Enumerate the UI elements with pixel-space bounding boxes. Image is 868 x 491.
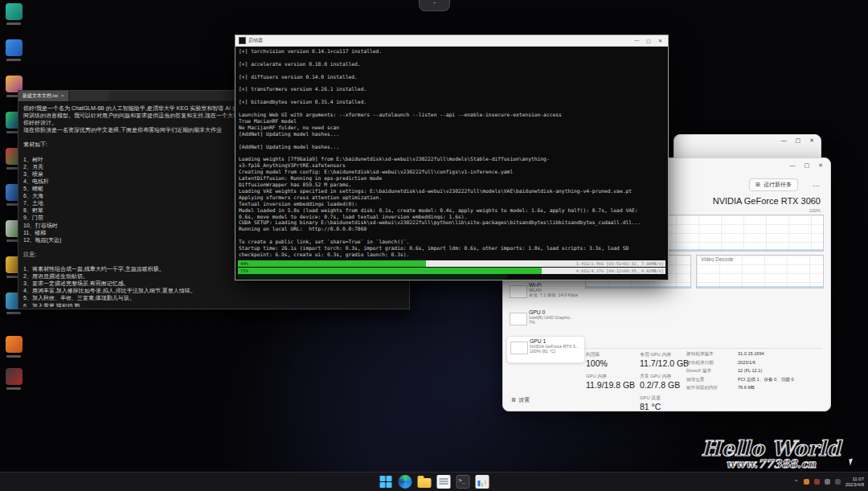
stat-value: 100% — [586, 358, 636, 368]
terminal-text-line: [+] torchvision version 0.14.1+cu117 ins… — [239, 48, 666, 55]
sidebar-item-title: GPU 1 — [530, 338, 583, 344]
stat-row: DirectX 版本12 (FL 12.1) — [686, 368, 821, 374]
tray-chevron-up-icon[interactable]: ⌃ — [794, 479, 799, 485]
terminal-text-line: DiffusionWrapper has 859.52 M params. — [239, 182, 666, 188]
terminal-text-line: Creating model from config: E:\baidunetd… — [239, 169, 666, 175]
tab-close-icon[interactable]: × — [61, 91, 64, 101]
close-icon[interactable]: ✕ — [809, 137, 814, 144]
stats-divider — [583, 348, 822, 349]
clock-time: 11:07 — [845, 477, 864, 482]
run-icon: ⊞ — [755, 182, 760, 188]
minimize-icon[interactable]: — — [634, 38, 639, 43]
terminal-text-line — [239, 55, 666, 61]
progress-stats: 1.41G/2.56G [03:51<02:32, 7.98MB/s] — [576, 261, 664, 266]
terminal-text-line: [+] diffusers version 0.14.0 installed. — [239, 74, 666, 80]
tray-app-icon-red[interactable] — [814, 479, 820, 485]
progress-percent: 71% — [240, 268, 248, 273]
watermark: Hello World www.77388.cn — [702, 439, 841, 470]
background-window-controls: — ▢ ✕ — [781, 137, 815, 144]
close-icon[interactable]: ✕ — [658, 38, 662, 43]
desktop-icon-app-orange[interactable] — [2, 336, 26, 366]
more-options-icon[interactable]: … — [813, 180, 821, 188]
maximize-icon[interactable]: ▢ — [805, 162, 810, 169]
stat-value: 81 °C — [640, 402, 696, 411]
mini-graph-fill — [510, 313, 526, 316]
stat-row: 驱动程序日期2023/1/6 — [686, 360, 821, 366]
terminal-window[interactable]: 启动器 — ▢ ✕ [+] torchvision version 0.14.1… — [235, 35, 669, 280]
sidebar-item-gpu-0[interactable]: GPU 0Intel(R) UHD Graphic...7% — [506, 308, 583, 333]
cmd-taskbar-icon[interactable] — [457, 475, 470, 489]
terminal-text-line: [AddNet] Updating model hashes... — [239, 131, 666, 137]
sidebar-item-text: Wi-FiWLAN发送: 7.1 接收: 14.0 Kbps — [529, 282, 582, 298]
stat-value: 31.0.15.1694 — [738, 351, 821, 358]
mini-graph-fill — [511, 342, 527, 352]
system-tray: ⌃ 11:07 2023/4/8 — [794, 473, 864, 491]
stat-row: 物理位置PCI 总线 1、设备 0、功能 0 — [686, 377, 821, 383]
gpu-title: NVIDIA GeForce RTX 3060 — [713, 196, 821, 206]
stat-label: 驱动程序版本 — [686, 351, 733, 358]
terminal-title-bar[interactable]: 启动器 — ▢ ✕ — [235, 35, 668, 47]
taskbar-icons — [379, 473, 489, 491]
sidebar-item-title: Wi-Fi — [529, 282, 582, 288]
stat-value: PCI 总线 1、设备 0、功能 0 — [738, 377, 821, 383]
start-taskbar-icon[interactable] — [379, 475, 393, 489]
sidebar-item-wi-fi[interactable]: Wi-FiWLAN发送: 7.1 接收: 14.0 Kbps — [506, 280, 583, 306]
minimize-icon[interactable]: — — [790, 162, 796, 169]
editor-tab-inactive[interactable] — [70, 91, 108, 101]
sidebar-item-text: GPU 0Intel(R) UHD Graphic...7% — [529, 309, 582, 325]
screen-top-pill[interactable]: ˇ — [419, 0, 450, 11]
clock-date: 2023/4/8 — [845, 482, 864, 488]
stat-row: 硬件保留的内存76.6 MB — [686, 385, 821, 391]
stats-column-left: 利用率100%GPU 内存11.9/19.8 GB — [586, 351, 636, 395]
stat-value: 12 (FL 12.1) — [738, 368, 821, 374]
terminal-text-line: Applying xformers cross attention optimi… — [239, 194, 666, 201]
chart-axis-max: 100% — [809, 208, 821, 213]
desktop-icon-pc-manager-blue[interactable] — [2, 39, 26, 70]
desktop-icon-label — [6, 312, 21, 314]
editor-text-line: 4、用词丰富,加入修辞比如夸张,拟人,排比手法加入细节,更显人情味。 — [23, 287, 406, 294]
cmd-icon — [239, 37, 246, 44]
task-manager-controls: — ▢ ✕ — [790, 162, 824, 169]
terminal-text-line: Loading weights [7f96a1a9] from E:\baidu… — [239, 156, 666, 162]
terminal-controls: — ▢ ✕ — [634, 38, 665, 43]
notepad-taskbar-icon[interactable] — [437, 475, 451, 489]
maximize-icon[interactable]: ▢ — [796, 137, 801, 144]
stat-value: 2023/1/6 — [738, 360, 821, 366]
terminal-text-line — [239, 68, 666, 74]
terminal-text-line: Model loaded in 5.8s (load weights from … — [239, 207, 666, 214]
gear-icon: ⚙ — [511, 397, 516, 403]
folder-taskbar-icon[interactable] — [418, 478, 432, 488]
sidebar-item-gpu-1[interactable]: GPU 1NVIDIA GeForce RTX 3...100% (81 °C) — [506, 336, 585, 363]
tray-app-icon-orange[interactable] — [804, 479, 809, 485]
progress-stats: 4.01G/4.27G [09:12<00:35, 6.82MB/s] — [576, 268, 664, 273]
watermark-title: Hello World — [702, 439, 841, 458]
taskbar-clock[interactable]: 11:07 2023/4/8 — [845, 477, 864, 488]
close-icon[interactable]: ✕ — [818, 162, 823, 169]
stat-value: 76.6 MB — [738, 385, 821, 391]
editor-tab[interactable]: 新建文本文档.txt × — [18, 91, 68, 101]
sidebar-item-stat: 7% — [529, 320, 582, 325]
desktop-icon-app-dark-red[interactable] — [2, 368, 26, 399]
minimize-icon[interactable]: — — [781, 137, 787, 144]
terminal-text-line: checkpoint: 6.9s, create ui: 0.3s, gradi… — [239, 252, 666, 258]
terminal-text-line: Startup time: 26.1s (import torch: 0.3s,… — [239, 245, 666, 252]
run-new-task-label: 运行新任务 — [764, 181, 792, 189]
terminal-text-line — [239, 150, 666, 157]
stat-label: 利用率 — [586, 351, 636, 358]
tray-network-icon[interactable] — [825, 479, 830, 485]
mini-graph-fill — [510, 286, 526, 288]
terminal-text-line — [239, 105, 666, 112]
mini-graph — [510, 313, 527, 325]
edge-taskbar-icon[interactable] — [399, 475, 412, 489]
terminal-output[interactable]: [+] torchvision version 0.14.1+cu117 ins… — [239, 48, 666, 259]
run-new-task-button[interactable]: ⊞ 运行新任务 — [749, 178, 798, 191]
mon-taskbar-icon[interactable] — [476, 475, 489, 489]
tray-volume-icon[interactable] — [835, 479, 841, 485]
desktop-icon-app-teal[interactable] — [2, 3, 26, 34]
sidebar-item-stat: 100% (81 °C) — [530, 349, 583, 354]
settings-button[interactable]: ⚙ 设置 — [511, 396, 530, 404]
terminal-text-line: [AddNet] Updating model hashes... — [239, 144, 666, 150]
maximize-icon[interactable]: ▢ — [646, 38, 651, 43]
stat-label: 物理位置 — [686, 377, 733, 383]
editor-tab-title: 新建文本文档.txt — [23, 91, 58, 101]
